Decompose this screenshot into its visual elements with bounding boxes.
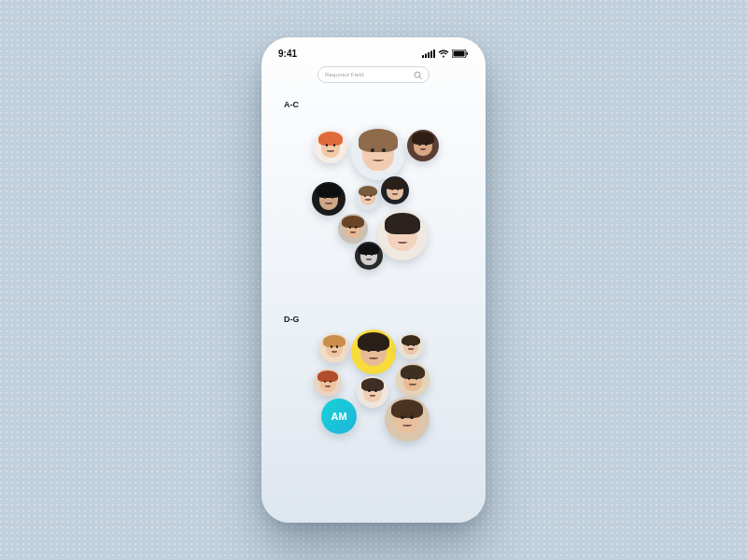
avatar-face (355, 184, 381, 210)
contact-avatar[interactable] (355, 184, 381, 210)
battery-icon (452, 49, 469, 58)
avatar-face (398, 333, 424, 359)
avatar-face (351, 329, 396, 374)
contact-avatar[interactable] (312, 182, 345, 216)
contact-avatar[interactable] (398, 333, 424, 359)
avatar-face (355, 242, 383, 270)
svg-rect-7 (467, 52, 469, 55)
avatar-face (314, 369, 342, 397)
contact-avatar[interactable] (396, 363, 430, 397)
contact-avatar[interactable] (357, 376, 388, 408)
contact-avatar[interactable] (314, 369, 342, 397)
contact-avatar[interactable] (355, 242, 383, 270)
signal-icon (422, 49, 435, 58)
avatar-face (338, 214, 368, 244)
avatar-face (319, 333, 349, 363)
section-label-dg: D-G (261, 315, 486, 324)
contact-avatar[interactable] (319, 333, 349, 363)
contact-avatar[interactable] (338, 214, 368, 244)
phone-frame: 9:41 Required Field A-C D-G AM (261, 37, 486, 523)
contact-avatar[interactable]: AM (321, 399, 357, 434)
avatar-face (357, 376, 388, 408)
search-input[interactable]: Required Field (317, 66, 430, 83)
status-time: 9:41 (278, 49, 297, 59)
svg-rect-6 (454, 51, 465, 57)
avatar-face (396, 363, 430, 397)
avatar-face (312, 182, 345, 216)
svg-rect-1 (425, 54, 427, 59)
avatar-face (407, 130, 439, 161)
contact-avatar[interactable] (351, 329, 396, 374)
avatar-face (351, 126, 405, 180)
contact-cluster-dg: AM (261, 324, 486, 473)
search-placeholder: Required Field (325, 72, 364, 77)
avatar-face (385, 397, 430, 441)
contact-avatar[interactable] (377, 210, 428, 260)
search-wrap: Required Field (261, 63, 486, 89)
contact-cluster-ac (261, 109, 486, 305)
wifi-icon (438, 49, 449, 58)
svg-rect-3 (430, 51, 432, 59)
contact-avatar[interactable] (381, 176, 409, 204)
avatar-face (381, 176, 409, 204)
contact-avatar[interactable] (314, 130, 347, 163)
avatar-face (314, 130, 347, 163)
search-icon (414, 71, 422, 79)
svg-line-9 (419, 77, 421, 78)
status-indicators (422, 49, 469, 58)
svg-rect-4 (433, 49, 435, 58)
contact-avatar[interactable] (385, 397, 430, 441)
svg-rect-2 (428, 52, 430, 58)
status-bar: 9:41 (261, 37, 486, 63)
contact-avatar[interactable] (407, 130, 439, 161)
section-label-ac: A-C (261, 100, 486, 109)
contact-avatar[interactable] (351, 126, 405, 180)
avatar-face (377, 210, 428, 260)
svg-rect-0 (422, 55, 424, 58)
